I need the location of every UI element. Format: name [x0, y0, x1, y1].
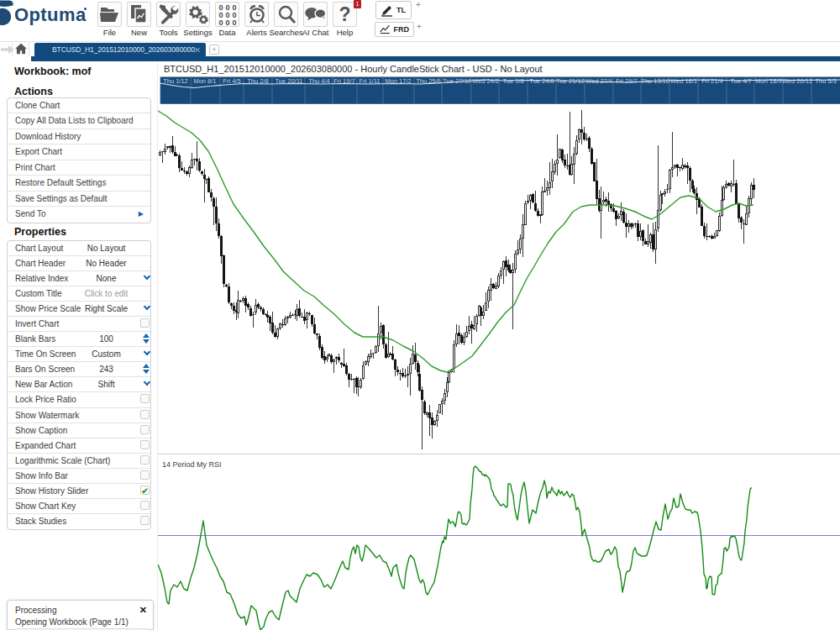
svg-text:Mon 8/1: Mon 8/1 [193, 77, 216, 85]
svg-text:Tue 4/7: Tue 4/7 [730, 77, 751, 85]
svg-text:Tue 24/8: Tue 24/8 [529, 77, 554, 85]
svg-text:Fri 29/7: Fri 29/7 [616, 77, 637, 85]
svg-text:Fri 21/4: Fri 21/4 [701, 77, 722, 85]
svg-text:Wed 24/2: Wed 24/2 [472, 77, 499, 85]
svg-text:Thu 1/12: Thu 1/12 [163, 77, 188, 85]
svg-text:Thu 5/3: Thu 5/3 [815, 77, 836, 85]
svg-text:Wed 18/1: Wed 18/1 [670, 77, 697, 85]
svg-text:Mon 18/9: Mon 18/9 [755, 77, 781, 85]
svg-text:14 Period My RSI: 14 Period My RSI [162, 460, 222, 469]
svg-text:Wed 20/12: Wed 20/12 [782, 77, 812, 85]
